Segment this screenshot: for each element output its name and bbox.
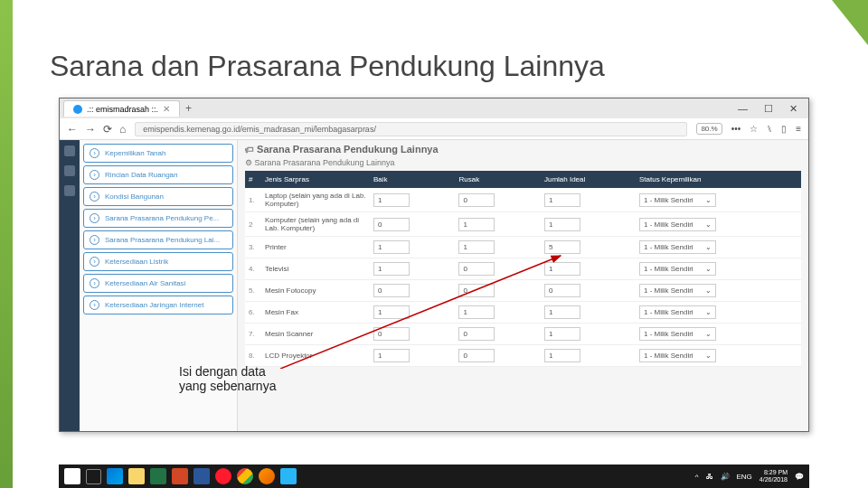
ideal-input[interactable]: 0 [544, 284, 580, 297]
ideal-input[interactable]: 1 [544, 349, 580, 362]
baik-input[interactable]: 1 [373, 240, 410, 254]
rusak-input[interactable]: 0 [458, 193, 495, 207]
nav-forward-button[interactable]: → [85, 123, 96, 136]
new-tab-button[interactable]: + [185, 102, 192, 115]
explorer-icon[interactable] [128, 468, 145, 484]
status-select[interactable]: 1 - Milik Sendiri⌄ [639, 240, 716, 254]
table-row: 6.Mesin Fax1111 - Milik Sendiri⌄ [245, 302, 801, 324]
rail-icon[interactable] [64, 185, 75, 196]
baik-input[interactable]: 0 [373, 327, 410, 341]
tray-up-icon[interactable]: ^ [695, 473, 699, 481]
browser-window: .:: emismadrasah ::. ✕ + — ☐ ✕ ← → ⟳ ⌂ e… [59, 98, 809, 432]
sidebar-toggle-icon[interactable]: ▯ [781, 124, 787, 134]
rusak-input[interactable]: 0 [458, 327, 495, 341]
rusak-input[interactable]: 1 [458, 218, 495, 231]
bookmark-star-icon[interactable]: ☆ [750, 124, 758, 134]
slide-accent-left [0, 0, 13, 488]
baik-input[interactable]: 1 [373, 262, 410, 276]
sidebar-item-sarpras-lai[interactable]: ›Sarana Prasarana Pendukung Lai... [83, 230, 233, 249]
hamburger-menu-icon[interactable]: ≡ [796, 124, 801, 134]
window-minimize-button[interactable]: — [738, 103, 748, 115]
tab-favicon-icon [73, 105, 82, 114]
sidebar-item-internet[interactable]: ›Ketersediaan Jaringan Internet [83, 296, 233, 314]
chevron-down-icon: ⌄ [705, 286, 712, 295]
taskview-icon[interactable] [86, 469, 101, 484]
sidebar-item-bangunan[interactable]: ›Kondisi Bangunan [83, 187, 233, 206]
tray-lang[interactable]: ENG [737, 473, 752, 481]
ideal-input[interactable]: 1 [544, 305, 580, 319]
firefox-icon[interactable] [259, 468, 275, 484]
chevron-down-icon: ⌄ [705, 308, 712, 316]
nav-home-button[interactable]: ⌂ [119, 123, 126, 136]
rail-icon[interactable] [64, 165, 75, 176]
cell-num: 3. [245, 237, 261, 258]
sidebar-item-sarpras-pe[interactable]: ›Sarana Prasarana Pendukung Pe... [83, 209, 233, 228]
ideal-input[interactable]: 1 [544, 327, 580, 341]
table-row: 5.Mesin Fotocopy0001 - Milik Sendiri⌄ [245, 280, 801, 302]
col-baik: Baik [370, 171, 455, 188]
cell-name: Mesin Fotocopy [261, 280, 370, 302]
cell-num: 7. [245, 324, 261, 345]
window-maximize-button[interactable]: ☐ [764, 103, 773, 115]
baik-input[interactable]: 0 [373, 284, 410, 297]
window-close-button[interactable]: ✕ [789, 103, 797, 115]
sidebar-item-label: Ketersediaan Listrik [105, 258, 168, 266]
rusak-input[interactable]: 0 [458, 349, 495, 362]
circle-arrow-icon: › [90, 300, 99, 310]
rail-icon[interactable] [64, 145, 75, 156]
chrome-icon[interactable] [237, 468, 253, 484]
opera-icon[interactable] [215, 468, 231, 484]
tab-close-icon[interactable]: ✕ [163, 104, 170, 114]
status-select[interactable]: 1 - Milik Sendiri⌄ [639, 262, 716, 276]
sidebar-item-label: Kondisi Bangunan [105, 192, 164, 201]
app-icon[interactable] [280, 468, 297, 484]
baik-input[interactable]: 1 [373, 193, 410, 207]
rusak-input[interactable]: 1 [458, 240, 495, 254]
chevron-down-icon: ⌄ [705, 196, 712, 204]
more-menu-button[interactable]: ••• [731, 124, 741, 134]
status-select[interactable]: 1 - Milik Sendiri⌄ [639, 349, 716, 362]
url-input[interactable]: emispendis.kemenag.go.id/emis_madrasan_m… [135, 122, 687, 136]
cell-name: Komputer (selain yang ada di Lab. Komput… [261, 212, 370, 237]
ideal-input[interactable]: 1 [544, 218, 580, 231]
status-select[interactable]: 1 - Milik Sendiri⌄ [639, 193, 716, 207]
cell-name: Mesin Fax [261, 302, 370, 324]
tray-sound-icon[interactable]: 🔊 [721, 473, 730, 481]
circle-arrow-icon: › [90, 148, 99, 158]
sidebar-item-tanah[interactable]: ›Kepemilikan Tanah [83, 144, 233, 163]
ideal-input[interactable]: 1 [544, 193, 580, 207]
ideal-input[interactable]: 1 [544, 262, 580, 276]
circle-arrow-icon: › [90, 257, 99, 267]
rusak-input[interactable]: 1 [458, 305, 495, 319]
nav-back-button[interactable]: ← [67, 123, 78, 136]
windows-taskbar: ^ 🖧 🔊 ENG 8:29 PM4/26/2018 💬 [59, 465, 809, 488]
baik-input[interactable]: 1 [373, 349, 410, 362]
excel-icon[interactable] [150, 468, 166, 484]
powerpoint-icon[interactable] [172, 468, 188, 484]
tray-network-icon[interactable]: 🖧 [706, 473, 713, 481]
baik-input[interactable]: 1 [373, 305, 410, 319]
status-select[interactable]: 1 - Milik Sendiri⌄ [639, 305, 716, 319]
sidebar-item-label: Kepemilikan Tanah [105, 149, 165, 157]
status-select[interactable]: 1 - Milik Sendiri⌄ [639, 327, 716, 341]
status-select[interactable]: 1 - Milik Sendiri⌄ [639, 284, 716, 297]
status-select[interactable]: 1 - Milik Sendiri⌄ [639, 218, 716, 231]
edge-icon[interactable] [107, 468, 123, 484]
start-button[interactable] [64, 468, 80, 484]
baik-input[interactable]: 0 [373, 218, 410, 231]
rusak-input[interactable]: 0 [458, 262, 495, 276]
ideal-input[interactable]: 5 [544, 240, 580, 254]
system-tray[interactable]: ^ 🖧 🔊 ENG 8:29 PM4/26/2018 💬 [695, 469, 804, 484]
rusak-input[interactable]: 0 [458, 284, 495, 297]
zoom-badge[interactable]: 80.% [696, 123, 722, 135]
word-icon[interactable] [193, 468, 210, 484]
sidebar-item-air[interactable]: ›Ketersediaan Air Sanitasi [83, 274, 233, 293]
sidebar-item-ruangan[interactable]: ›Rincian Data Ruangan [83, 165, 233, 184]
library-icon[interactable]: ⑊ [767, 124, 772, 134]
sidebar-item-listrik[interactable]: ›Ketersediaan Listrik [83, 252, 233, 271]
chevron-down-icon: ⌄ [705, 265, 712, 273]
browser-tab[interactable]: .:: emismadrasah ::. ✕ [63, 100, 180, 117]
tray-clock[interactable]: 8:29 PM4/26/2018 [760, 469, 788, 484]
tray-notifications-icon[interactable]: 💬 [795, 473, 804, 481]
nav-reload-button[interactable]: ⟳ [103, 123, 112, 136]
